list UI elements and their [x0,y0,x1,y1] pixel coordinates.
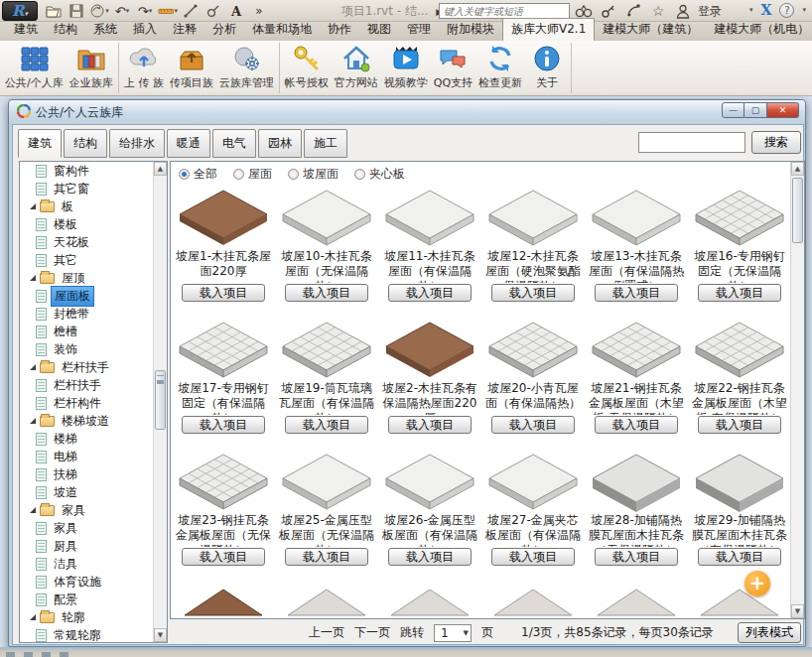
tree-item-栏杆扶手[interactable]: 栏杆扶手 [20,376,167,394]
tree-scrollbar-thumb[interactable] [155,370,166,430]
library-search-input[interactable] [638,132,745,153]
load-into-project-button[interactable]: 载入项目 [698,548,781,566]
more-tools-icon[interactable]: » [249,2,269,20]
load-into-project-button[interactable]: 载入项目 [491,284,575,302]
family-card[interactable]: 坡屋2-木挂瓦条有保温隔热屋面220厚载入项目 [378,318,481,450]
family-card[interactable]: 坡屋23-钢挂瓦条金属板屋面（无保温隔热）载入项目 [172,450,275,582]
filter-option-屋面[interactable]: 屋面 [233,166,272,183]
family-card[interactable]: 坡屋22-钢挂瓦条金属板屋面（木望板 有保温隔热）载入项目 [688,318,791,450]
ribbon-button-folder-books[interactable]: 企业族库 [67,41,116,95]
filter-option-夹心板[interactable]: 夹心板 [354,166,405,183]
family-card[interactable]: 坡屋21-钢挂瓦条金属板屋面（木望板 无保温隔热）载入项目 [585,318,688,450]
discipline-tab-园林[interactable]: 园林 [258,129,302,158]
load-into-project-button[interactable]: 载入项目 [182,416,265,434]
tree-item-其它[interactable]: 其它 [20,251,167,269]
tree-item-电梯[interactable]: 电梯 [20,448,167,465]
help-icon[interactable]: ? [779,3,794,18]
discipline-tab-电气[interactable]: 电气 [212,129,256,158]
tree-item-楼梯坡道[interactable]: 楼梯坡道 [20,412,167,430]
discipline-tab-给排水[interactable]: 给排水 [109,129,165,158]
ribbon-button-info[interactable]: 关于 [525,41,569,95]
dropdown-arrow-icon[interactable]: ▾ [749,6,753,14]
section-icon[interactable] [181,2,201,20]
ribbon-tab-视图[interactable]: 视图 [359,19,399,41]
ribbon-tab-注释[interactable]: 注释 [165,19,204,41]
tree-expander-icon[interactable] [30,614,36,620]
maximize-button[interactable]: ▢ [744,102,767,118]
tree-item-洁具[interactable]: 洁具 [20,555,167,573]
tree-item-轮廓[interactable]: 轮廓 [20,608,167,626]
tree-item-天花板[interactable]: 天花板 [20,233,167,251]
tree-expander-icon[interactable] [30,203,36,209]
save-icon[interactable] [67,2,86,20]
next-page-link[interactable]: 下一页 [354,624,390,641]
family-card[interactable]: 坡屋10-木挂瓦条屋面（无保温隔热）载入项目 [275,186,378,318]
ribbon-button-chat[interactable]: QQ支持 [431,41,475,95]
load-into-project-button[interactable]: 载入项目 [595,284,678,302]
tree-item-常规轮廓[interactable]: 常规轮廓 [20,626,167,643]
discipline-tab-施工[interactable]: 施工 [304,129,347,158]
discipline-tab-结构[interactable]: 结构 [64,129,107,158]
signin-label[interactable]: 登录 [698,3,722,20]
tree-item-楼板[interactable]: 楼板 [20,215,167,233]
dialog-title-bar[interactable]: 公共/个人云族库 — ▢ ✕ [9,100,805,124]
tree-expander-icon[interactable] [30,507,36,513]
ribbon-button-home[interactable]: 官方网站 [332,41,381,95]
ribbon-tab-附加模块[interactable]: 附加模块 [439,19,502,41]
load-into-project-button[interactable]: 载入项目 [491,548,575,566]
load-into-project-button[interactable]: 载入项目 [388,548,472,566]
load-into-project-button[interactable]: 载入项目 [388,416,472,434]
family-card[interactable]: 坡屋29-加铺隔热膜瓦屋面木挂瓦条（有保温隔热）载入项目 [688,450,791,582]
ribbon-tab-建筑[interactable]: 建筑 [6,19,46,41]
tree-item-楼梯[interactable]: 楼梯 [20,430,167,448]
search-button[interactable]: 搜索 [751,131,801,154]
tree-item-扶梯[interactable]: 扶梯 [20,465,167,483]
signin-person-icon[interactable] [673,2,693,20]
tree-item-栏杆扶手[interactable]: 栏杆扶手 [20,358,167,376]
page-number-select[interactable]: 1▼ [434,624,472,642]
ribbon-tab-结构[interactable]: 结构 [46,19,85,41]
redo-icon[interactable]: ↷▾ [135,2,155,20]
ribbon-button-video[interactable]: 视频教学 [381,41,431,95]
favorites-star-icon[interactable]: ☆ [648,2,668,20]
tree-item-坡道[interactable]: 坡道 [20,483,167,501]
tree-item-配景[interactable]: 配景 [20,591,167,608]
tree-item-体育设施[interactable]: 体育设施 [20,573,167,591]
filter-option-全部[interactable]: 全部 [179,166,217,183]
tree-item-其它窗[interactable]: 其它窗 [20,180,167,197]
ribbon-tab-系统[interactable]: 系统 [85,19,125,41]
tree-expander-icon[interactable] [30,364,36,370]
family-card[interactable]: 坡屋12-木挂瓦条屋面（硬泡聚氨酯保温隔热）载入项目 [481,186,585,318]
load-into-project-button[interactable]: 载入项目 [285,284,368,302]
tag-icon[interactable] [203,2,223,20]
text-icon[interactable]: A [226,2,246,20]
tree-expander-icon[interactable] [30,418,36,424]
discipline-tab-建筑[interactable]: 建筑 [18,129,62,158]
ribbon-button-cloud-upload[interactable]: 上 传 族 [121,41,167,95]
tree-item-封檐带[interactable]: 封檐带 [20,305,167,323]
family-card[interactable]: 坡屋25-金属压型板屋面（无保温隔热）载入项目 [275,450,378,582]
ribbon-tab-分析[interactable]: 分析 [204,19,244,41]
scroll-up-icon[interactable]: ▲ [791,162,804,176]
tree-item-厨具[interactable]: 厨具 [20,537,167,555]
ribbon-tab-管理[interactable]: 管理 [399,19,439,41]
ribbon-tab-插入[interactable]: 插入 [125,19,165,41]
load-into-project-button[interactable]: 载入项目 [388,284,472,302]
ribbon-button-cloud-manage[interactable]: 云族库管理 [216,41,277,95]
minimize-button[interactable]: — [722,102,744,118]
scroll-down-icon[interactable]: ▼ [791,604,804,618]
load-into-project-button[interactable]: 载入项目 [698,284,781,302]
add-family-fab-button[interactable]: + [744,571,770,596]
load-into-project-button[interactable]: 载入项目 [182,284,265,302]
ribbon-button-refresh[interactable]: 检查更新 [475,41,525,95]
tree-item-板[interactable]: 板 [20,197,167,215]
tree-item-栏杆构件[interactable]: 栏杆构件 [20,394,167,412]
load-into-project-button[interactable]: 载入项目 [698,416,781,434]
family-card[interactable]: 坡屋17-专用钢钉固定（有保温隔热）载入项目 [172,318,275,450]
sync-icon[interactable]: ▾ [89,2,109,20]
discipline-tab-暖通[interactable]: 暖通 [167,129,210,158]
load-into-project-button[interactable]: 载入项目 [595,416,678,434]
open-file-icon[interactable] [44,2,64,20]
revit-application-button[interactable]: R▾ [2,1,38,21]
ribbon-button-box-upload[interactable]: 传项目族 [167,41,216,95]
